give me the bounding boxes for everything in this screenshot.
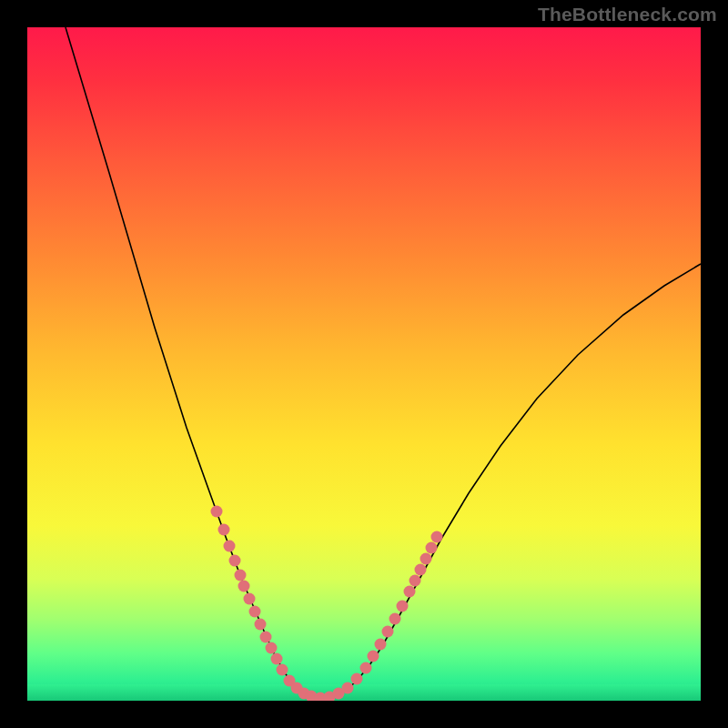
data-marker (397, 601, 409, 612)
data-marker (238, 581, 250, 592)
data-marker (218, 524, 230, 536)
data-marker (224, 541, 236, 552)
data-marker (277, 664, 288, 676)
curve-left (66, 27, 318, 698)
data-marker (244, 593, 256, 605)
data-marker (382, 626, 394, 638)
data-marker (426, 542, 438, 554)
data-marker (260, 632, 272, 643)
marker-group (211, 506, 443, 702)
data-marker (342, 682, 354, 694)
plot-area (27, 27, 701, 701)
data-marker (235, 570, 247, 581)
data-marker (415, 564, 427, 576)
data-marker (351, 673, 363, 685)
data-marker (368, 651, 379, 662)
curve-svg (27, 27, 701, 701)
watermark-text: TheBottleneck.com (538, 4, 717, 25)
data-marker (389, 613, 401, 625)
data-marker (420, 553, 432, 565)
data-marker (431, 531, 443, 543)
data-marker (410, 575, 421, 587)
data-marker (360, 662, 372, 674)
data-marker (211, 506, 223, 518)
curve-right (318, 264, 701, 698)
data-marker (249, 606, 261, 618)
chart-frame: TheBottleneck.com (0, 0, 728, 728)
data-marker (229, 555, 241, 567)
data-marker (255, 619, 267, 631)
data-marker (271, 653, 283, 665)
data-marker (375, 639, 387, 651)
data-marker (404, 586, 416, 598)
data-marker (266, 642, 278, 654)
